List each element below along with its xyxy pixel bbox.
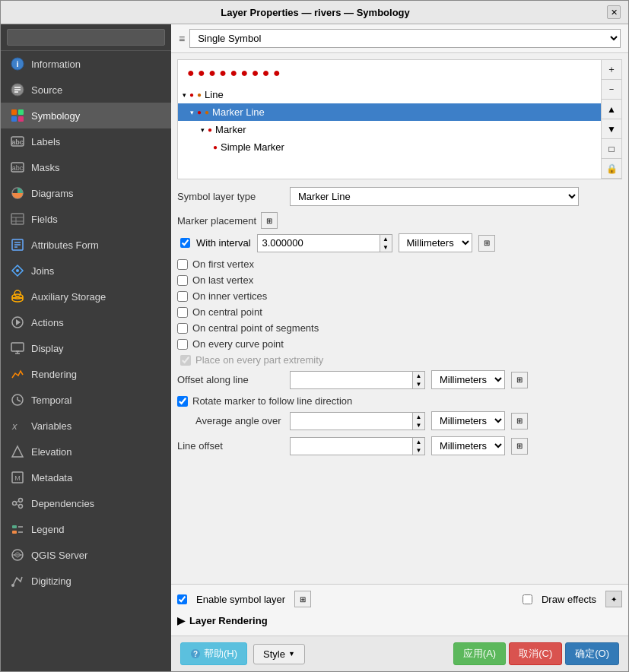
with-interval-label: With interval: [196, 237, 251, 249]
svg-point-47: [11, 584, 14, 587]
on-inner-vertices-label: On inner vertices: [192, 290, 267, 302]
sidebar-item-legend[interactable]: Legend: [1, 516, 171, 542]
unit4-data-defined[interactable]: ⊞: [511, 438, 528, 455]
sidebar-item-actions[interactable]: Actions: [1, 309, 171, 335]
apply-button[interactable]: 应用(A): [453, 642, 506, 665]
move-up-button[interactable]: ▲: [602, 100, 621, 119]
enable-symbol-layer-checkbox[interactable]: [177, 594, 187, 604]
spinbox-down[interactable]: ▼: [412, 380, 424, 388]
digitizing-icon: [10, 573, 25, 588]
search-input[interactable]: [7, 29, 165, 46]
duplicate-button[interactable]: □: [602, 139, 621, 159]
sidebar-item-source[interactable]: Source: [1, 77, 171, 103]
with-interval-input[interactable]: 3.000000: [258, 235, 380, 251]
rotate-marker-label: Rotate marker to follow line direction: [192, 395, 352, 407]
expand-icon: ▾: [201, 126, 205, 134]
main-window: Layer Properties — rivers — Symbology ✕ …: [0, 0, 629, 672]
unit1-select[interactable]: Millimeters: [399, 233, 472, 252]
dot2-icon: ●: [197, 90, 202, 99]
tree-row-marker-line[interactable]: ▾ ● ● Marker Line: [178, 103, 601, 121]
dot2-icon: ●: [205, 108, 209, 116]
spinbox-up[interactable]: ▲: [380, 235, 392, 243]
average-angle-input[interactable]: 4.000000: [291, 413, 412, 429]
sidebar-item-labels[interactable]: abc Labels: [1, 128, 171, 154]
sidebar-item-attributes-form[interactable]: Attributes Form: [1, 232, 171, 258]
line-offset-spinbox: 0.000000 ▲ ▼: [290, 437, 425, 455]
sidebar-item-temporal[interactable]: Temporal: [1, 387, 171, 413]
on-inner-vertices-row: On inner vertices: [177, 290, 622, 302]
symbol-layer-type-select[interactable]: Marker Line: [290, 187, 579, 206]
help-button[interactable]: ? 帮助(H): [180, 642, 247, 665]
offset-along-line-input[interactable]: 0.000000: [291, 372, 412, 388]
unit2-select[interactable]: Millimeters: [431, 370, 505, 389]
svg-text:?: ?: [193, 650, 198, 658]
add-layer-button[interactable]: ＋: [602, 60, 621, 80]
ok-button[interactable]: 确定(O): [565, 642, 619, 665]
on-every-curve-checkbox[interactable]: [177, 339, 188, 350]
unit1-data-defined[interactable]: ⊞: [478, 235, 495, 252]
unit4-select[interactable]: Millimeters: [431, 436, 505, 455]
draw-effects-btn[interactable]: ✦: [605, 591, 622, 607]
sidebar-item-metadata[interactable]: M Metadata: [1, 464, 171, 490]
on-inner-vertices-checkbox[interactable]: [177, 291, 188, 302]
sidebar-item-dependencies[interactable]: Dependencies: [1, 490, 171, 516]
on-first-vertex-checkbox[interactable]: [177, 259, 188, 270]
with-interval-checkbox[interactable]: [180, 238, 190, 248]
unit2-data-defined[interactable]: ⊞: [511, 372, 528, 388]
sidebar-item-fields[interactable]: Fields: [1, 206, 171, 232]
svg-rect-4: [18, 109, 24, 115]
move-down-button[interactable]: ▼: [602, 119, 621, 139]
sidebar-item-label: Masks: [31, 162, 60, 173]
sidebar-item-digitizing[interactable]: Digitizing: [1, 568, 171, 594]
tree-row-simple-marker[interactable]: ● Simple Marker: [178, 138, 601, 156]
sidebar-item-symbology[interactable]: Symbology: [1, 103, 171, 128]
sidebar-item-label: Temporal: [31, 395, 71, 406]
footer: ? 帮助(H) Style ▼ 应用(A) 取消(C) 确定(O): [171, 636, 628, 671]
tree-row-line[interactable]: ▾ ● ● Line: [178, 86, 601, 103]
symbol-type-select[interactable]: Single Symbol: [189, 29, 621, 48]
sidebar-item-label: Metadata: [31, 472, 72, 483]
sidebar-item-information[interactable]: i Information: [1, 51, 171, 77]
sidebar-item-joins[interactable]: Joins: [1, 258, 171, 284]
close-button[interactable]: ✕: [607, 5, 621, 19]
sidebar-item-label: Dependencies: [31, 498, 94, 509]
sidebar-item-rendering[interactable]: Rendering: [1, 361, 171, 387]
spinbox-up[interactable]: ▲: [412, 438, 424, 446]
unit3-select[interactable]: Millimeters: [431, 411, 505, 430]
style-button[interactable]: Style ▼: [253, 644, 305, 664]
spinbox-down[interactable]: ▼: [412, 446, 424, 455]
sidebar-item-label: Diagrams: [31, 188, 74, 199]
sidebar-item-auxiliary-storage[interactable]: Auxiliary Storage: [1, 284, 171, 309]
on-central-segments-checkbox[interactable]: [177, 323, 188, 334]
dot-preview: ● ● ● ● ● ● ● ● ●: [187, 66, 281, 80]
sidebar-item-label: Display: [31, 343, 64, 354]
sidebar-item-diagrams[interactable]: Diagrams: [1, 180, 171, 206]
rotate-marker-checkbox[interactable]: [177, 396, 188, 407]
layer-rendering-label: Layer Rendering: [189, 615, 268, 626]
line-offset-input[interactable]: 0.000000: [291, 438, 412, 454]
on-last-vertex-checkbox[interactable]: [177, 275, 188, 286]
sidebar-item-masks[interactable]: abc Masks: [1, 154, 171, 180]
sidebar-item-variables[interactable]: x Variables: [1, 413, 171, 439]
spinbox-down[interactable]: ▼: [412, 421, 424, 430]
draw-effects-checkbox[interactable]: [523, 594, 532, 604]
spinbox-down[interactable]: ▼: [380, 243, 392, 252]
diagrams-icon: [10, 185, 25, 201]
sidebar-item-display[interactable]: Display: [1, 335, 171, 361]
remove-layer-button[interactable]: －: [602, 80, 621, 100]
spinbox-up[interactable]: ▲: [412, 372, 424, 380]
place-on-every-part-checkbox[interactable]: [180, 355, 191, 366]
marker-placement-label: Marker placement ⊞: [177, 212, 622, 229]
sidebar-item-elevation[interactable]: Elevation: [1, 439, 171, 464]
cancel-button[interactable]: 取消(C): [509, 642, 562, 665]
unit3-data-defined[interactable]: ⊞: [511, 413, 528, 430]
on-central-point-checkbox[interactable]: [177, 307, 188, 318]
tree-row-marker[interactable]: ▾ ● Marker: [178, 121, 601, 138]
enable-symbol-data-defined[interactable]: ⊞: [294, 591, 311, 607]
lock-button[interactable]: 🔒: [602, 159, 621, 179]
sidebar-item-qgis-server[interactable]: QGIS Server: [1, 542, 171, 568]
spinbox-up[interactable]: ▲: [412, 413, 424, 421]
marker-placement-data-defined[interactable]: ⊞: [261, 212, 278, 229]
sidebar-item-label: Variables: [31, 420, 71, 432]
line-offset-label: Line offset: [177, 440, 284, 452]
